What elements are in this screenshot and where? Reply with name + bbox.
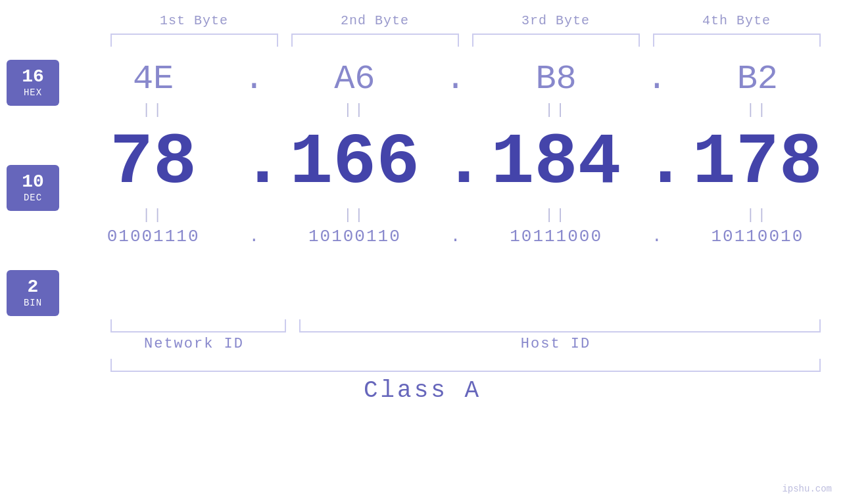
main-container: 1st Byte 2nd Byte 3rd Byte 4th Byte 16 H… xyxy=(0,0,845,504)
top-bracket-3 xyxy=(472,34,640,47)
dec-dot-3: . xyxy=(644,122,670,204)
dbar-1-3: || xyxy=(469,102,644,118)
dec-byte-4: 178 xyxy=(670,123,845,202)
dbar-2-2: || xyxy=(267,207,442,223)
bin-badge: 2 BIN xyxy=(7,270,59,316)
class-bracket-container xyxy=(104,359,827,372)
dbar-1-1: || xyxy=(66,102,241,118)
dec-name: DEC xyxy=(24,193,42,203)
network-bracket xyxy=(110,319,286,332)
bin-byte-1: 01001110 xyxy=(66,227,241,246)
bin-byte-2: 10100110 xyxy=(267,227,442,246)
hex-byte-3: B8 xyxy=(469,60,644,99)
dbar-1-2: || xyxy=(267,102,442,118)
bin-values-row: 01001110 . 10100110 . 10111000 . 1011001… xyxy=(66,227,845,246)
dbar-2-4: || xyxy=(670,207,845,223)
top-bracket-2 xyxy=(291,34,459,47)
dbar-2-1: || xyxy=(66,207,241,223)
byte-label-4: 4th Byte xyxy=(646,13,827,28)
hex-values-row: 4E . A6 . B8 . B2 xyxy=(66,60,845,99)
dbar-1-4: || xyxy=(670,102,845,118)
hex-dot-1: . xyxy=(241,60,267,99)
hex-byte-4: B2 xyxy=(670,60,845,99)
bin-dot-1: . xyxy=(241,227,267,246)
dec-byte-2: 166 xyxy=(267,123,442,202)
host-bracket xyxy=(299,319,821,332)
bin-number: 2 xyxy=(28,278,39,296)
dbar-2-3: || xyxy=(469,207,644,223)
base-labels: 16 HEX 10 DEC 2 BIN xyxy=(7,60,59,316)
bottom-brackets xyxy=(104,319,827,332)
watermark: ipshu.com xyxy=(782,484,832,494)
double-bar-row-1: || || || || xyxy=(66,102,845,118)
hex-dot-2: . xyxy=(443,60,469,99)
dec-values-row: 78 . 166 . 184 . 178 xyxy=(66,122,845,204)
network-id-label: Network ID xyxy=(104,336,285,352)
dec-byte-1: 78 xyxy=(66,123,241,202)
class-label: Class A xyxy=(364,377,481,404)
hex-byte-1: 4E xyxy=(66,60,241,99)
hex-badge: 16 HEX xyxy=(7,60,59,106)
dec-badge: 10 DEC xyxy=(7,165,59,211)
bin-name: BIN xyxy=(24,298,42,308)
top-bracket-4 xyxy=(653,34,821,47)
host-id-label: Host ID xyxy=(285,336,827,352)
dec-dot-1: . xyxy=(241,122,267,204)
dec-dot-2: . xyxy=(443,122,469,204)
byte-label-2: 2nd Byte xyxy=(285,13,466,28)
bin-dot-2: . xyxy=(443,227,469,246)
dec-number: 10 xyxy=(22,173,44,191)
top-brackets xyxy=(104,34,827,47)
byte-label-3: 3rd Byte xyxy=(466,13,646,28)
bin-byte-3: 10111000 xyxy=(469,227,644,246)
double-bar-row-2: || || || || xyxy=(66,207,845,223)
top-bracket-1 xyxy=(110,34,278,47)
bin-byte-4: 10110010 xyxy=(670,227,845,246)
dec-byte-3: 184 xyxy=(469,123,644,202)
hex-dot-3: . xyxy=(644,60,670,99)
hex-byte-2: A6 xyxy=(267,60,442,99)
class-bracket-line xyxy=(110,359,821,372)
bin-dot-3: . xyxy=(644,227,670,246)
byte-label-1: 1st Byte xyxy=(104,13,285,28)
hex-name: HEX xyxy=(24,87,42,98)
id-labels: Network ID Host ID xyxy=(104,336,827,352)
values-grid: 4E . A6 . B8 . B2 || || || || 78 xyxy=(66,60,845,246)
byte-labels-row: 1st Byte 2nd Byte 3rd Byte 4th Byte xyxy=(104,13,827,28)
hex-number: 16 xyxy=(22,68,44,86)
